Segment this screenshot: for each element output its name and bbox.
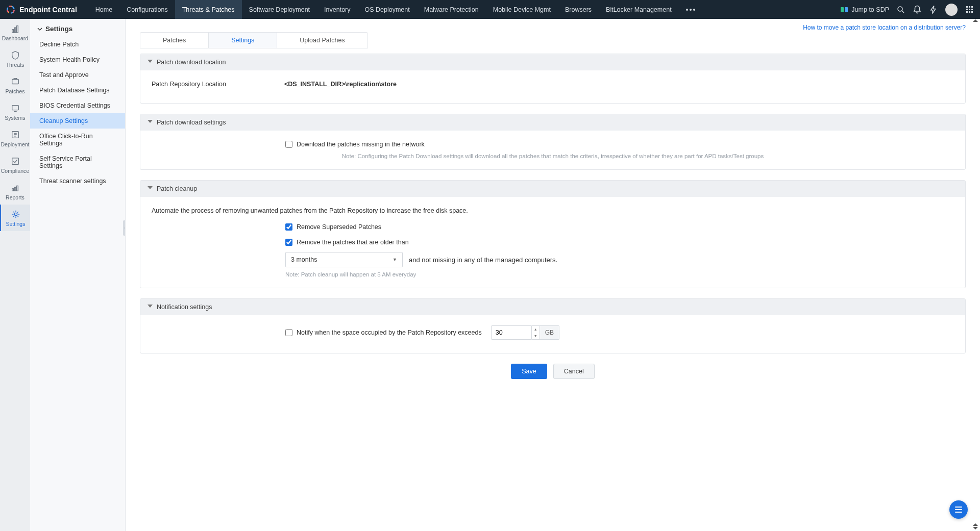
jump-to-sdp-link[interactable]: Jump to SDP [840,6,889,14]
svg-point-5 [898,7,902,11]
threats-icon [11,50,20,60]
submenu-item-system-health-policy[interactable]: System Health Policy [30,52,125,67]
rail-item-compliance[interactable]: Compliance [0,151,30,178]
submenu-item-office-click-to-run-settings[interactable]: Office Click-to-Run Settings [30,129,125,151]
tab-patches[interactable]: Patches [140,33,209,48]
threshold-unit: GB [540,325,559,340]
bell-icon[interactable] [913,5,922,14]
notify-space-label: Notify when the space occupied by the Pa… [297,329,482,336]
svg-rect-7 [12,30,13,33]
topnav-item-software-deployment[interactable]: Software Deployment [242,0,317,19]
rail-item-threats[interactable]: Threats [0,45,30,72]
menu-icon [955,507,962,513]
cleanup-desc: Automate the process of removing unwante… [152,207,954,214]
submenu-item-threat-scanner-settings[interactable]: Threat scanner settings [30,173,125,189]
remove-superseded-row[interactable]: Remove Superseded Patches [285,223,954,231]
submenu-item-bios-credential-settings[interactable]: BIOS Credential Settings [30,98,125,113]
download-missing-checkbox[interactable] [285,141,292,148]
tabs: PatchesSettingsUpload Patches [140,32,368,48]
compliance-icon [11,157,20,166]
threshold-input-group: ▲▼ GB [491,325,559,340]
rail-label: Compliance [1,168,29,174]
save-button[interactable]: Save [511,364,547,379]
submenu-item-self-service-portal-settings[interactable]: Self Service Portal Settings [30,151,125,173]
cancel-button[interactable]: Cancel [553,364,595,379]
rail-label: Settings [6,221,26,227]
submenu-list: Decline PatchSystem Health PolicyTest an… [30,37,125,189]
flash-icon[interactable] [929,5,938,14]
chevron-up-icon [148,120,153,125]
svg-rect-9 [16,26,18,33]
chevron-up-icon [148,186,153,191]
top-nav: Endpoint Central HomeConfigurationsThrea… [0,0,980,19]
topnav-item-os-deployment[interactable]: OS Deployment [358,0,417,19]
submenu-item-cleanup-settings[interactable]: Cleanup Settings [30,113,125,129]
remove-older-row[interactable]: Remove the patches that are older than [285,239,954,246]
submenu-header[interactable]: Settings [30,19,125,37]
age-select[interactable]: 3 months ▼ [285,252,403,267]
panel-header[interactable]: Notification settings [140,299,965,315]
tab-settings[interactable]: Settings [209,33,277,48]
submenu-item-decline-patch[interactable]: Decline Patch [30,37,125,52]
panel-header[interactable]: Patch download location [140,54,965,70]
fab-menu-button[interactable] [949,500,968,519]
threshold-input[interactable] [491,325,532,340]
topnav-item-bitlocker-management[interactable]: BitLocker Management [599,0,679,19]
rail-item-deployment[interactable]: Deployment [0,125,30,151]
svg-rect-3 [841,7,844,12]
remove-older-label: Remove the patches that are older than [297,239,409,246]
notify-space-checkbox[interactable] [285,329,292,336]
avatar[interactable] [945,4,958,16]
panel-header[interactable]: Patch cleanup [140,181,965,197]
repo-location-label: Patch Repository Location [152,81,269,88]
tab-upload-patches[interactable]: Upload Patches [277,33,367,48]
rail-item-dashboard[interactable]: Dashboard [0,19,30,45]
rail-item-settings[interactable]: Settings [0,205,30,231]
notify-space-row[interactable]: Notify when the space occupied by the Pa… [285,329,482,336]
threshold-spinner[interactable]: ▲▼ [532,325,540,340]
topnav-item-mobile-device-mgmt[interactable]: Mobile Device Mgmt [486,0,558,19]
submenu-item-patch-database-settings[interactable]: Patch Database Settings [30,83,125,98]
panel-title: Patch download location [157,59,226,66]
reports-icon [11,183,20,192]
remove-superseded-checkbox[interactable] [285,223,292,231]
apps-icon[interactable] [965,5,974,14]
dropdown-arrow-icon: ▼ [393,257,397,262]
panel-header[interactable]: Patch download settings [140,114,965,131]
help-link[interactable]: How to move a patch store location on a … [803,24,966,31]
topnav-item-home[interactable]: Home [88,0,119,19]
spin-down-icon[interactable]: ▼ [532,333,540,339]
brand-text: Endpoint Central [19,6,77,14]
rail-label: Systems [5,115,25,121]
rail-label: Reports [6,194,24,200]
collapse-handle[interactable] [123,220,126,236]
rail-item-patches[interactable]: Patches [0,72,30,98]
panel-download-settings: Patch download settings Download the pat… [140,114,966,170]
scroll-up-indicator[interactable] [972,19,979,24]
brand-logo-icon [6,5,15,14]
scroll-down-indicator[interactable] [972,523,979,530]
repo-location-row: Patch Repository Location <DS_INSTALL_DI… [152,81,954,88]
topnav-item-malware-protection[interactable]: Malware Protection [417,0,486,19]
topnav-item-inventory[interactable]: Inventory [317,0,357,19]
topnav-more[interactable] [679,0,702,19]
rail-sidebar: DashboardThreatsPatchesSystemsDeployment… [0,19,30,531]
repo-location-value: <DS_INSTALL_DIR>\replication\store [284,81,397,88]
topnav-item-browsers[interactable]: Browsers [558,0,599,19]
svg-rect-4 [845,7,848,12]
topnav-item-threats-patches[interactable]: Threats & Patches [175,0,242,19]
remove-older-checkbox[interactable] [285,239,292,246]
spin-up-icon[interactable]: ▲ [532,326,540,333]
download-missing-checkbox-row[interactable]: Download the patches missing in the netw… [285,141,954,148]
age-suffix: and not missing in any of the managed co… [409,256,557,264]
search-icon[interactable] [896,5,905,14]
rail-item-reports[interactable]: Reports [0,178,30,205]
action-row: Save Cancel [140,364,966,379]
settings-icon [11,210,20,219]
chevron-up-icon [148,60,153,65]
download-settings-note: Note: Configuring the Patch Download set… [152,153,954,159]
rail-item-systems[interactable]: Systems [0,98,30,125]
submenu-item-test-and-approve[interactable]: Test and Approve [30,67,125,83]
topnav-item-configurations[interactable]: Configurations [119,0,175,19]
panel-title: Patch cleanup [157,185,197,192]
